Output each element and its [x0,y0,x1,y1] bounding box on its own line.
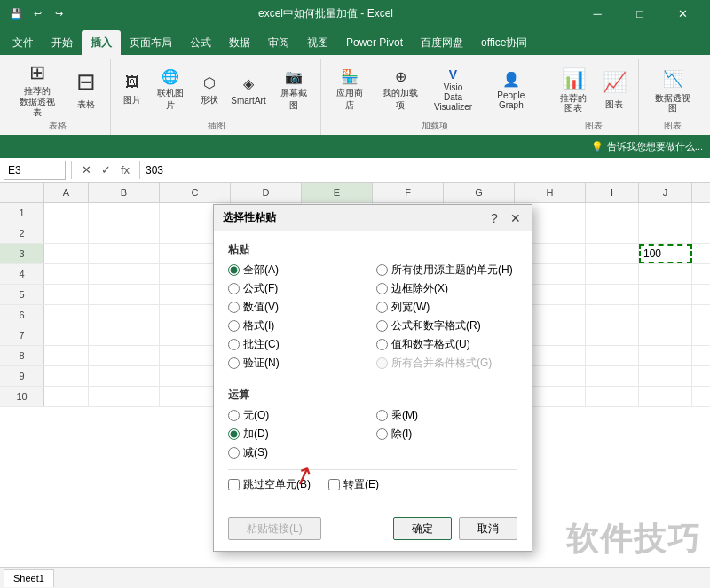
dialog-title: 选择性粘贴 [223,210,276,225]
dialog-divider-1 [228,380,517,380]
paste-formulas-option[interactable]: 公式(F) [228,281,369,296]
op-subtract-option[interactable]: 减(S) [228,445,369,460]
paste-link-button[interactable]: 粘贴链接(L) [228,517,321,540]
paste-options-grid: 全部(A) 所有使用源主题的单元(H) 公式(F) 边框除外(X) 数值(V) … [228,263,517,371]
dialog-body: 粘贴 全部(A) 所有使用源主题的单元(H) 公式(F) 边框除外(X) 数值(… [214,231,532,510]
dialog-title-bar: 选择性粘贴 ? ✕ [214,205,532,231]
paste-section-label: 粘贴 [228,242,517,257]
paste-border-except-option[interactable]: 边框除外(X) [376,281,517,296]
paste-col-width-option[interactable]: 列宽(W) [376,300,517,315]
op-add-option[interactable]: 加(D) [228,427,369,442]
dialog-overlay: 选择性粘贴 ? ✕ 粘贴 全部(A) 所有使用源主题的单元(H) 公式(F) [0,0,710,588]
paste-formula-number-option[interactable]: 公式和数字格式(R) [376,318,517,333]
operation-section-label: 运算 [228,388,517,403]
op-multiply-option[interactable]: 乘(M) [376,408,517,423]
dialog-title-actions: ? ✕ [487,211,523,225]
operation-options-grid: 无(O) 乘(M) 加(D) 除(I) 减(S) [228,408,517,460]
paste-special-dialog: 选择性粘贴 ? ✕ 粘贴 全部(A) 所有使用源主题的单元(H) 公式(F) [213,204,532,552]
paste-format-option[interactable]: 格式(I) [228,318,369,333]
op-none-option[interactable]: 无(O) [228,408,369,423]
paste-validation-option[interactable]: 验证(N) [228,356,369,371]
paste-value-number-option[interactable]: 值和数字格式(U) [376,337,517,352]
paste-source-theme-option[interactable]: 所有使用源主题的单元(H) [376,263,517,278]
dialog-close-btn[interactable]: ✕ [509,211,523,225]
dialog-footer: 粘贴链接(L) 确定 取消 [214,510,532,551]
op-divide-option[interactable]: 除(I) [376,427,517,442]
dialog-question-btn[interactable]: ? [487,211,501,225]
skip-blanks-option[interactable]: 跳过空单元(B) [228,477,311,492]
paste-merge-condition-option: 所有合并条件格式(G) [376,356,517,371]
transpose-label: 转置(E) [343,477,379,492]
cancel-button[interactable]: 取消 [459,517,517,540]
paste-all-option[interactable]: 全部(A) [228,263,369,278]
dialog-footer-actions: 确定 取消 [393,517,517,540]
transpose-option[interactable]: 转置(E) [328,477,379,492]
skip-blanks-label: 跳过空单元(B) [243,477,311,492]
paste-comment-option[interactable]: 批注(C) [228,337,369,352]
dialog-divider-2 [228,469,517,470]
paste-values-option[interactable]: 数值(V) [228,300,369,315]
dialog-checkboxes: 跳过空单元(B) 转置(E) [228,477,517,492]
confirm-button[interactable]: 确定 [393,517,452,540]
